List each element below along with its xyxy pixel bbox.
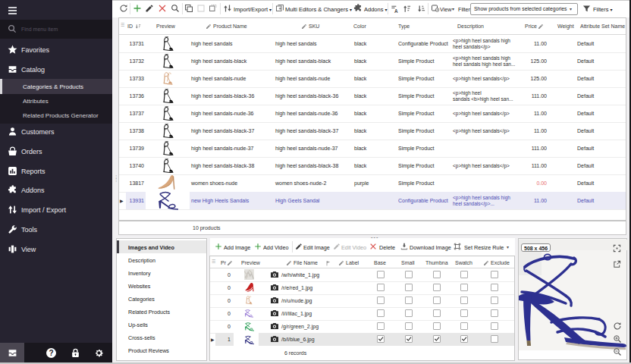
svg-text:A: A: [394, 8, 398, 13]
